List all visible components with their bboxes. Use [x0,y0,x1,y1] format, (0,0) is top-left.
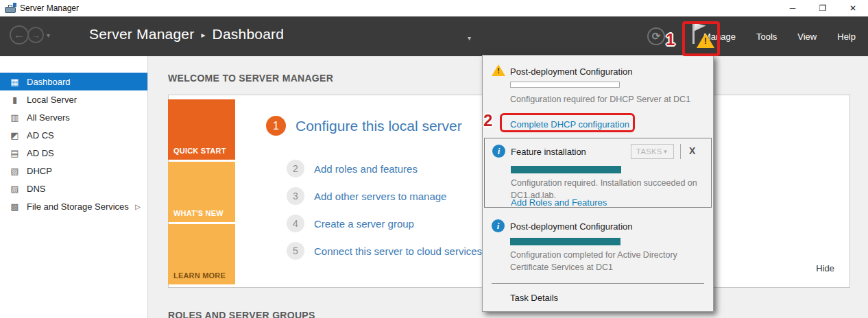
tasks-dropdown[interactable]: TASKS ▼ [631,144,674,159]
step-add-roles-features[interactable]: 2 Add roles and features [287,160,418,178]
menu-bar: Manage Tools View Help [703,32,856,42]
sidebar-item-label: AD CS [27,130,54,140]
refresh-icon[interactable]: ⟳ [647,27,665,45]
divider [492,283,704,284]
sidebar-item-dns[interactable]: ▨ DNS [0,180,147,197]
sidebar-item-dhcp[interactable]: ▧ DHCP [0,162,147,180]
complete-dhcp-configuration-link[interactable]: Complete DHCP configuration [510,119,629,130]
restore-button[interactable]: ❐ [808,0,838,16]
sidebar-item-file-storage[interactable]: ▩ File and Storage Services ▷ [0,197,147,215]
window-controls: ─ ❐ ✕ [777,0,868,16]
menu-view[interactable]: View [797,32,817,42]
sidebar-item-ad-cs[interactable]: ◩ AD CS [0,126,147,144]
sidebar-item-label: File and Storage Services [27,201,129,212]
menu-help[interactable]: Help [837,32,856,42]
sidebar-item-local-server[interactable]: ▮ Local Server [0,90,147,108]
forward-button[interactable]: → [27,27,44,43]
menu-tools[interactable]: Tools [756,32,777,42]
server-manager-app-icon [5,4,16,13]
dns-icon: ▨ [9,184,21,194]
sidebar-item-label: All Servers [27,112,70,123]
progress-bar [510,82,620,88]
step-configure-local-server[interactable]: 1 Configure this local server [266,116,462,136]
sidebar-item-label: DNS [27,184,45,194]
ad-ds-icon: ▤ [9,148,21,158]
separator [680,144,681,159]
breadcrumb-root[interactable]: Server Manager [89,26,194,42]
back-button[interactable]: ← [10,25,29,45]
tab-label: WHAT'S NEW [173,209,224,217]
sidebar-item-dashboard[interactable]: ▦ Dashboard [0,73,147,90]
step-link[interactable]: Connect this server to cloud services [314,245,482,257]
tab-whats-new[interactable]: WHAT'S NEW [168,162,235,222]
sidebar-item-label: DHCP [27,166,52,176]
step-create-server-group[interactable]: 4 Create a server group [287,215,414,232]
hide-link[interactable]: Hide [816,263,834,273]
step-link[interactable]: Create a server group [314,218,414,230]
minimize-button[interactable]: ─ [777,0,808,16]
notification-title: Feature installation [511,147,586,157]
info-icon: i [492,219,505,232]
progress-fill [511,166,621,173]
step-number-badge: 2 [287,160,304,178]
sidebar-item-all-servers[interactable]: ▥ All Servers [0,108,147,126]
tab-label: LEARN MORE [173,271,226,280]
roles-section-title: ROLES AND SERVER GROUPS [168,310,315,318]
notification-feature-installation: i Feature installation TASKS ▼ X Configu… [484,138,712,208]
expand-chevron-icon[interactable]: ▷ [135,203,141,210]
sidebar-item-ad-ds[interactable]: ▤ AD DS [0,144,147,162]
breadcrumb-current[interactable]: Dashboard [213,26,285,42]
nav-history-caret-icon[interactable]: ▾ [47,32,50,39]
file-storage-icon: ▩ [9,201,21,212]
ad-cs-icon: ◩ [9,130,21,140]
dashboard-icon: ▦ [9,77,21,87]
tab-quick-start[interactable]: QUICK START [168,99,235,160]
progress-bar [510,238,620,244]
sidebar: ▦ Dashboard ▮ Local Server ▥ All Servers… [0,56,148,318]
notification-message: Configuration required for DHCP Server a… [510,93,690,106]
header-bar: ← → ▾ Server Manager ▸ Dashboard ▾ ⟳ ! M… [0,16,868,56]
local-server-icon: ▮ [9,95,21,105]
step-link[interactable]: Configure this local server [296,118,462,134]
notifications-flyout: ! Post-deployment Configuration Configur… [482,55,714,312]
breadcrumb: Server Manager ▸ Dashboard [89,26,284,42]
sidebar-item-label: Local Server [27,95,77,105]
warning-icon: ! [492,64,505,76]
window-title: Server Manager [20,3,79,13]
sidebar-item-label: Dashboard [27,77,71,87]
step-number-badge: 4 [287,215,304,232]
step-number-badge: 3 [287,187,304,205]
notifications-flag-button[interactable]: ! [686,22,716,51]
progress-bar [511,166,620,172]
info-icon: i [492,145,505,158]
notification-title: Post-deployment Configuration [510,66,633,77]
add-roles-features-link[interactable]: Add Roles and Features [511,197,607,208]
notifications-caret-icon[interactable]: ▾ [468,34,471,42]
sidebar-item-label: AD DS [27,148,54,158]
dhcp-icon: ▧ [9,166,21,176]
task-details-link[interactable]: Task Details [510,293,558,303]
all-servers-icon: ▥ [9,112,21,123]
close-notification-icon[interactable]: X [689,145,695,156]
flag-icon [692,23,695,44]
tab-learn-more[interactable]: LEARN MORE [168,224,235,284]
warning-badge-icon: ! [697,33,714,48]
progress-fill [510,238,620,245]
notification-title: Post-deployment Configuration [510,221,633,232]
title-bar: Server Manager ─ ❐ ✕ [0,0,868,16]
tasks-label: TASKS [636,147,662,156]
step-link[interactable]: Add roles and features [314,163,418,175]
step-number-badge: 5 [287,242,304,260]
notification-message: Configuration completed for Active Direc… [510,249,702,273]
breadcrumb-separator-icon: ▸ [201,30,205,40]
step-number-badge: 1 [266,116,286,136]
step-connect-cloud-services[interactable]: 5 Connect this server to cloud services [287,242,482,260]
step-link[interactable]: Add other servers to manage [314,191,446,202]
close-button[interactable]: ✕ [838,0,868,16]
tab-label: QUICK START [173,147,226,155]
welcome-section-title: WELCOME TO SERVER MANAGER [168,73,333,84]
chevron-down-icon: ▼ [663,149,668,155]
step-add-other-servers[interactable]: 3 Add other servers to manage [287,187,446,205]
